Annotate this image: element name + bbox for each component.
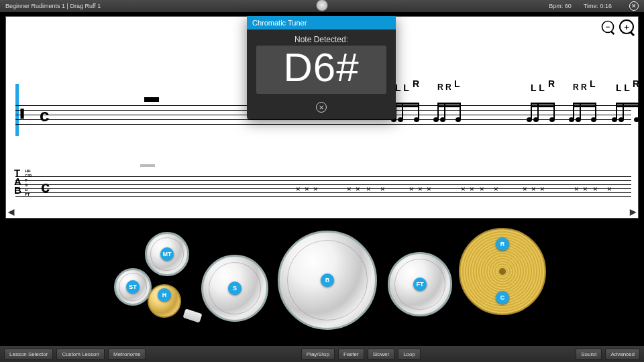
tab-hit: ✕	[531, 184, 536, 193]
tab-hit: ✕	[607, 184, 612, 193]
drum-badge: R	[496, 237, 509, 251]
drum-small-tom[interactable]: ST	[114, 268, 152, 306]
top-bar: Beginner Rudiments 1 | Drag Ruff 1 ♫ Bpm…	[0, 0, 644, 12]
notehead	[576, 117, 581, 122]
percussion-clef: II	[19, 105, 22, 123]
lesson-selector-button[interactable]: Lesson Selector	[4, 349, 53, 360]
zoom-out-icon[interactable]: −	[602, 21, 614, 34]
drum-ride-crash[interactable]: R C	[459, 228, 546, 315]
notehead	[398, 117, 403, 122]
time-display: Time: 0:16	[584, 3, 612, 9]
sticking-label: R	[633, 78, 639, 89]
tab-hit: ✕	[427, 184, 431, 193]
tab-hit: ✕	[461, 184, 466, 193]
faster-button[interactable]: Faster	[338, 349, 364, 360]
drum-badge: S	[228, 282, 241, 295]
cymbal-center-icon	[499, 268, 506, 275]
tab-hit: ✕	[540, 184, 545, 193]
custom-lesson-button[interactable]: Custom Lesson	[56, 349, 105, 360]
tab-hit: ✕	[356, 184, 360, 193]
notehead	[634, 117, 639, 122]
tab-rest-icon	[140, 164, 155, 167]
metronome-button[interactable]: Metronome	[108, 349, 146, 360]
notehead	[527, 117, 532, 122]
drum-badge: H	[158, 288, 171, 302]
tab-hit: ✕	[593, 184, 598, 193]
notehead	[612, 117, 617, 122]
beam	[531, 103, 555, 105]
notehead	[591, 117, 596, 122]
tab-hit: ✕	[305, 184, 309, 193]
scroll-right-icon[interactable]: ▶	[630, 207, 636, 217]
advanced-button[interactable]: Advanced	[605, 349, 640, 360]
beam	[437, 103, 461, 105]
notehead	[569, 117, 574, 122]
app-logo-icon[interactable]: ♫	[316, 0, 328, 11]
sticking-label: L L	[531, 82, 545, 93]
sticking-label: L	[454, 78, 460, 89]
beam	[616, 105, 639, 107]
notehead	[549, 117, 555, 122]
drum-badge: FT	[413, 278, 427, 291]
close-icon[interactable]: ✕	[629, 1, 639, 11]
tab-hit: ✕	[574, 184, 579, 193]
beam	[437, 105, 461, 107]
bottom-bar: Lesson Selector Custom Lesson Metronome …	[0, 346, 644, 362]
beam	[531, 105, 555, 107]
tab-hit: ✕	[418, 184, 423, 193]
time-signature: c	[40, 105, 49, 126]
tuner-detected-label: Note Detected:	[256, 35, 386, 44]
notehead	[414, 117, 419, 122]
notehead	[533, 117, 539, 122]
tab-hit: ✕	[347, 184, 352, 193]
beam	[573, 103, 596, 105]
beam	[395, 105, 419, 107]
tab-hit: ✕	[380, 184, 385, 193]
tab-hit: ✕	[366, 184, 371, 193]
tuner-note-display: D6#	[256, 46, 386, 94]
notehead	[440, 117, 445, 122]
sticking-label: L	[590, 78, 596, 89]
drum-floor-tom[interactable]: FT	[388, 252, 452, 316]
scroll-left-icon[interactable]: ◀	[8, 207, 14, 217]
drum-kit: ST MT H S B FT R C	[0, 221, 644, 339]
drum-badge: MT	[160, 247, 174, 261]
sticking-label: R R	[573, 82, 587, 92]
tuner-title: Chromatic Tuner	[247, 16, 396, 29]
rest-icon	[144, 97, 159, 102]
tab-staff	[15, 176, 631, 200]
beam	[573, 105, 596, 107]
sticking-label: R	[413, 78, 419, 89]
zoom-in-icon[interactable]: +	[619, 19, 634, 34]
tab-hit: ✕	[494, 184, 498, 193]
notehead	[433, 117, 439, 122]
tuner-close-icon[interactable]: ✕	[316, 102, 327, 113]
drum-mid-tom[interactable]: MT	[145, 232, 189, 276]
drumstick-icon	[182, 308, 202, 322]
drum-hihat[interactable]: H	[148, 284, 181, 318]
sound-button[interactable]: Sound	[576, 349, 602, 360]
play-stop-button[interactable]: Play/Stop	[301, 349, 335, 360]
bpm-display: Bpm: 60	[549, 3, 572, 9]
sticking-label: L L	[395, 82, 409, 93]
notehead	[619, 117, 624, 122]
beam	[616, 103, 639, 105]
sticking-label: R	[548, 78, 555, 89]
tab-hit: ✕	[523, 184, 527, 193]
drum-snare[interactable]: S	[201, 255, 268, 322]
notehead	[455, 117, 461, 122]
tab-hit: ✕	[313, 184, 318, 193]
loop-button[interactable]: Loop	[398, 349, 421, 360]
drum-badge: C	[496, 291, 509, 304]
sticking-label: L L	[616, 82, 630, 93]
breadcrumb: Beginner Rudiments 1 | Drag Ruff 1	[5, 3, 549, 9]
drum-badge: B	[321, 274, 334, 287]
tab-hit: ✕	[296, 184, 301, 193]
beam	[395, 103, 419, 105]
tab-hit: ✕	[470, 184, 474, 193]
sticking-label: R R	[437, 82, 451, 92]
tab-hit: ✕	[480, 184, 484, 193]
chromatic-tuner-panel[interactable]: Chromatic Tuner Note Detected: D6# ✕	[247, 16, 396, 119]
slower-button[interactable]: Slower	[368, 349, 394, 360]
drum-bass[interactable]: B	[278, 231, 377, 330]
